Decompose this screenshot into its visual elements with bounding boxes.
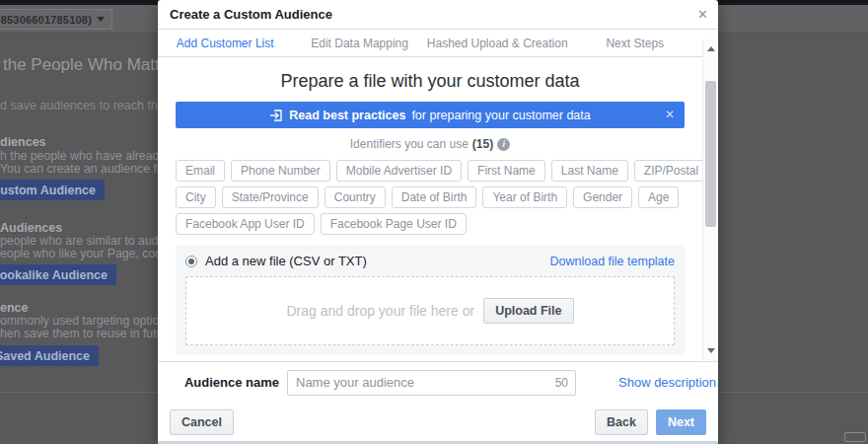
radio-dot [188,259,194,264]
identifier-pill: ZIP/Postal Code [634,160,702,182]
enter-box-icon [269,109,283,122]
upload-file-button[interactable]: Upload File [483,298,573,324]
pill-row: Facebook App User ID Facebook Page User … [176,213,685,235]
add-new-file-label: Add a new file (CSV or TXT) [205,254,367,268]
ad-account-id: (1385306601785108) [0,14,92,26]
custom-audiences-heading: diences [0,135,46,149]
step-tabs: Add Customer List Edit Data Mapping Hash… [158,30,718,57]
identifiers-row: Identifiers you can use (15) i [158,137,702,151]
modal-title: Create a Custom Audience [170,0,332,30]
modal-footer: Cancel Back Next [158,403,718,441]
identifier-pill: Gender [573,186,632,208]
create-custom-audience-button[interactable]: Custom Audience [0,180,105,200]
pill-row: City State/Province Country Date of Birt… [176,186,685,208]
banner-close-icon[interactable]: ✕ [665,108,675,121]
tab-hashed-upload-creation[interactable]: Hashed Upload & Creation [427,37,568,50]
identifier-pill: Email [176,160,225,182]
tab-next-steps[interactable]: Next Steps [568,37,702,50]
pill-row: Email Phone Number Mobile Advertiser ID … [176,160,685,182]
page-title: the People Who Matte [3,55,169,75]
create-lookalike-audience-button[interactable]: Lookalike Audience [0,264,116,285]
identifier-pill: Age [638,186,679,208]
saved-audience-heading: ence [0,301,29,315]
identifier-pill: City [176,186,216,208]
create-custom-audience-modal: Create a Custom Audience ✕ Add Customer … [158,0,718,444]
identifier-pill: Year of Birth [482,186,567,208]
add-new-file-radio[interactable] [185,256,197,267]
identifier-pills: Email Phone Number Mobile Advertiser ID … [176,160,685,235]
caret-down-icon [97,17,105,22]
audience-name-input[interactable] [287,370,576,396]
audience-name-label: Audience name [158,375,279,390]
screen: (1385306601785108) the People Who Matte … [0,0,868,444]
best-practices-banner[interactable]: Read best practices for preparing your c… [176,102,685,128]
identifier-pill: First Name [468,160,545,182]
cancel-button[interactable]: Cancel [170,409,234,435]
lookalike-audiences-heading: Audiences [0,221,62,235]
identifiers-label: Identifiers you can use [350,137,469,151]
identifier-pill: State/Province [222,186,319,208]
scrollbar-down-icon[interactable] [707,348,715,353]
upload-panel-header: Add a new file (CSV or TXT) Download fil… [185,254,675,268]
banner-bold-text: Read best practices [289,109,405,122]
info-icon[interactable]: i [497,138,510,151]
identifiers-count: (15) [472,137,493,151]
modal-scroll-area: Prepare a file with your customer data R… [158,57,702,361]
ad-account-selector[interactable]: (1385306601785108) [0,9,112,30]
audience-name-input-wrap: 50 [287,370,576,396]
identifier-pill: Phone Number [231,160,330,182]
identifier-pill: Date of Birth [392,186,477,208]
identifier-pill: Last Name [551,160,628,182]
next-button[interactable]: Next [656,409,706,435]
audience-name-row: Audience name 50 Show description [158,361,718,403]
download-file-template-link[interactable]: Download file template [550,255,675,268]
tab-add-customer-list[interactable]: Add Customer List [158,37,292,50]
back-button[interactable]: Back [595,409,648,435]
modal-header: Create a Custom Audience ✕ [158,0,718,30]
identifier-pill: Country [325,186,386,208]
create-saved-audience-button[interactable]: Saved Audience [0,345,99,366]
dropzone-text: Drag and drop your file here or [286,303,474,319]
page-subtitle: d save audiences to reach the p [0,99,175,112]
show-description-link[interactable]: Show description [618,375,716,390]
close-icon[interactable]: ✕ [697,7,708,23]
chat-tab [844,432,866,442]
scrollbar-thumb[interactable] [705,81,716,227]
prepare-file-heading: Prepare a file with your customer data [158,71,702,92]
upload-panel: Add a new file (CSV or TXT) Download fil… [176,246,685,355]
modal-scrollbar[interactable] [702,39,718,361]
scrollbar-up-icon[interactable] [707,46,715,51]
identifier-pill: Mobile Advertiser ID [336,160,462,182]
tab-edit-data-mapping[interactable]: Edit Data Mapping [292,37,426,50]
identifier-pill: Facebook App User ID [176,213,315,235]
file-dropzone[interactable]: Drag and drop your file here or Upload F… [185,276,675,345]
identifier-pill: Facebook Page User ID [321,213,467,235]
banner-rest-text: for preparing your customer data [411,109,590,122]
char-counter: 50 [555,376,568,390]
